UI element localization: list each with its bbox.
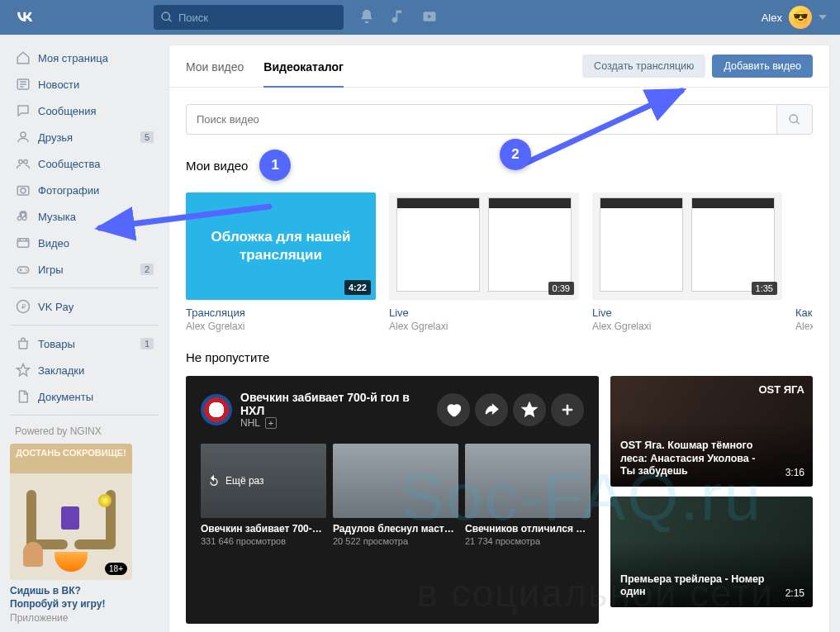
powered-by-label: Powered by NGINX xyxy=(15,425,159,437)
ruble-icon: ₽ xyxy=(15,298,31,315)
annotation-badge-1: 1 xyxy=(259,150,291,181)
music-icon xyxy=(15,208,31,225)
badge: 5 xyxy=(140,131,154,143)
side-video-card[interactable]: Премьера трейлера - Номер один2:15 xyxy=(610,497,813,607)
svg-point-2 xyxy=(21,132,26,137)
favorite-button[interactable] xyxy=(513,393,546,426)
svg-point-4 xyxy=(24,160,28,164)
clip-card[interactable]: Радулов блеснул мастерс…20 522 просмотра xyxy=(333,444,458,546)
docs-icon xyxy=(15,388,31,405)
notifications-icon[interactable] xyxy=(358,8,375,27)
video-card[interactable]: Обложка для нашей трансляции4:22Трансляц… xyxy=(186,192,376,332)
vk-logo-icon[interactable] xyxy=(13,5,36,31)
svg-point-10 xyxy=(26,270,28,272)
like-button[interactable] xyxy=(437,393,470,426)
messages-icon xyxy=(15,102,31,119)
search-icon xyxy=(788,113,801,126)
market-icon xyxy=(15,335,31,352)
friends-icon xyxy=(15,129,31,145)
tab-my-videos[interactable]: Мои видео xyxy=(186,45,244,87)
section-my-videos-title: Мои видео xyxy=(186,159,248,173)
badge: 1 xyxy=(140,338,154,349)
subscribe-plus-icon[interactable]: + xyxy=(265,417,277,429)
global-search-input[interactable] xyxy=(178,12,337,24)
video-icon[interactable] xyxy=(421,8,438,27)
svg-point-9 xyxy=(25,268,26,270)
svg-text:₽: ₽ xyxy=(21,303,26,311)
nhl-logo-icon xyxy=(201,394,232,425)
svg-rect-8 xyxy=(17,267,29,273)
sidebar-item-vkpay[interactable]: ₽ VK Pay xyxy=(10,293,159,320)
home-icon xyxy=(15,50,31,66)
avatar: 😎 xyxy=(789,6,812,29)
sidebar-item[interactable]: Музыка xyxy=(10,203,159,230)
video-search-button[interactable] xyxy=(776,104,813,135)
replay-button[interactable]: Ещё раз xyxy=(207,474,264,487)
clip-card[interactable]: Свечников отличился в ОТ21 734 просмотра xyxy=(465,444,591,546)
sidebar-item[interactable]: Моя страница xyxy=(10,45,159,71)
svg-point-6 xyxy=(21,188,26,193)
sidebar-item[interactable]: Сообщения xyxy=(10,97,159,124)
featured-video-panel[interactable]: Овечкин забивает 700-й гол в НХЛ NHL+ Ещ… xyxy=(186,376,599,624)
share-button[interactable] xyxy=(475,393,508,426)
news-icon xyxy=(15,76,31,93)
sidebar-item[interactable]: Видео xyxy=(10,230,159,256)
annotation-badge-2: 2 xyxy=(500,139,531,170)
video-card[interactable]: 0:39LiveAlex Ggrelaxi xyxy=(389,192,579,332)
side-video-card[interactable]: OST ЯГАOST Яга. Кошмар тёмного леса: Ана… xyxy=(610,376,813,487)
tab-video-catalog[interactable]: Видеокаталог xyxy=(263,45,343,87)
svg-point-3 xyxy=(19,160,23,164)
create-stream-button[interactable]: Создать трансляцию xyxy=(582,55,705,78)
bookmark-icon xyxy=(15,362,31,378)
video-card[interactable]: 1:35LiveAlex Ggrelaxi xyxy=(592,192,782,332)
sidebar-item[interactable]: Сообщества xyxy=(10,150,159,177)
clip-card[interactable]: Ещё разОвечкин забивает 700-й г…331 646 … xyxy=(201,444,326,546)
add-video-button[interactable]: Добавить видео xyxy=(712,55,813,78)
video-icon xyxy=(15,235,31,251)
sidebar-item[interactable]: Товары1 xyxy=(10,330,159,357)
sidebar-item[interactable]: Новости xyxy=(10,71,159,97)
sidebar-item[interactable]: Игры2 xyxy=(10,256,159,283)
chevron-down-icon xyxy=(819,13,827,21)
photos-icon xyxy=(15,182,31,198)
add-button[interactable] xyxy=(551,393,584,426)
video-card[interactable]: SocВидеоМастер скринКак сделаAlex Ggrela… xyxy=(795,192,813,332)
global-search[interactable] xyxy=(154,5,344,30)
sidebar-item[interactable]: Документы xyxy=(10,383,159,410)
sidebar-item[interactable]: Закладки xyxy=(10,357,159,383)
groups-icon xyxy=(15,155,31,172)
search-icon xyxy=(160,11,173,24)
sidebar-item[interactable]: Друзья5 xyxy=(10,124,159,150)
video-search-input[interactable] xyxy=(186,104,776,135)
games-icon xyxy=(15,261,31,278)
age-badge: 18+ xyxy=(105,563,127,575)
sidebar-ad[interactable]: ДОСТАНЬ СОКРОВИЩЕ! 18+ Сидишь в ВК? Попр… xyxy=(10,444,132,624)
user-menu[interactable]: Alex 😎 xyxy=(762,6,827,29)
badge: 2 xyxy=(140,264,154,275)
username: Alex xyxy=(762,12,782,24)
svg-rect-7 xyxy=(17,239,29,248)
sidebar-item[interactable]: Фотографии xyxy=(10,177,159,203)
section-dont-miss-title: Не пропустите xyxy=(186,350,269,364)
music-icon[interactable] xyxy=(390,8,406,27)
